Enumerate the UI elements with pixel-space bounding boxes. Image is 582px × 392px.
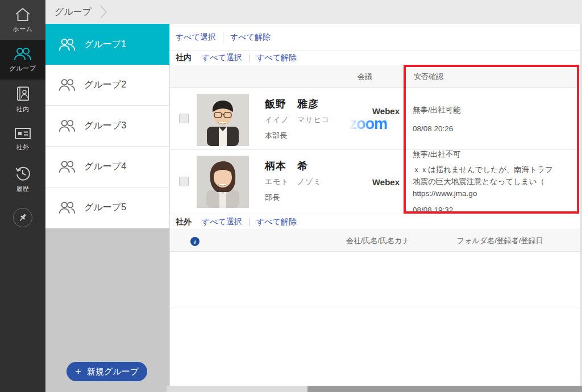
member-identity: 飯野 雅彦 イイノ マサヒコ 本部長 — [265, 97, 330, 141]
webex-logo[interactable]: Webex — [372, 106, 400, 116]
internal-deselect-all-link[interactable]: すべて解除 — [256, 53, 297, 63]
group-item-label: グループ2 — [84, 79, 126, 91]
group-item-2[interactable]: グループ2 — [45, 65, 169, 106]
member-checkbox[interactable] — [179, 114, 189, 123]
group-item-label: グループ3 — [84, 120, 126, 132]
member-row-emoto: 柄本 希 エモト ノゾミ 部長 Webex 無事/出社不可 ｘｘは揺れませんでし… — [170, 150, 582, 214]
safety-status-cell: 無事/出社可能 08/08 20:26 — [413, 88, 577, 149]
group-panel-footer: + 新規グループ — [45, 228, 169, 392]
column-header-folder: フォルダ名/登録者/登録日 — [457, 230, 543, 251]
chevron-right-icon — [99, 5, 107, 19]
group-item-3[interactable]: グループ3 — [45, 106, 169, 147]
webex-logo[interactable]: Webex — [372, 177, 400, 187]
group-item-5[interactable]: グループ5 — [45, 187, 169, 228]
member-identity: 柄本 希 エモト ノゾミ 部長 — [265, 159, 322, 203]
sidebar-item-label: 社内 — [16, 105, 30, 114]
sidebar-item-label: グループ — [10, 64, 36, 73]
new-group-button[interactable]: + 新規グループ — [66, 362, 147, 381]
history-clock-icon — [15, 165, 31, 181]
sidebar-item-history[interactable]: 履歴 — [0, 159, 45, 199]
member-checkbox[interactable] — [179, 177, 189, 186]
group-icon — [58, 78, 76, 91]
member-title: 本部長 — [265, 131, 330, 141]
sidebar-item-label: 社外 — [16, 143, 30, 152]
business-card-icon — [14, 127, 31, 140]
group-icon — [58, 201, 76, 214]
column-header-company: 会社/氏名/氏名カナ — [346, 230, 410, 251]
group-icon — [13, 47, 32, 61]
external-deselect-all-link[interactable]: すべて解除 — [256, 217, 297, 227]
new-group-label: 新規グループ — [87, 366, 139, 377]
member-name: 柄本 希 — [265, 159, 322, 173]
address-book-icon — [15, 86, 31, 102]
group-item-label: グループ1 — [84, 39, 126, 51]
group-icon — [58, 38, 76, 51]
external-empty-row — [170, 252, 582, 307]
plus-icon: + — [75, 366, 81, 377]
horizontal-scrollbar[interactable] — [167, 386, 582, 392]
safety-status: 無事/出社不可 — [413, 149, 577, 160]
member-kana: エモト ノゾミ — [265, 177, 322, 187]
select-all-link[interactable]: すべて選択 — [176, 32, 216, 43]
external-select-all-link[interactable]: すべて選択 — [202, 217, 242, 227]
breadcrumb-group-label[interactable]: グループ — [55, 6, 92, 18]
sidebar: ホーム グループ 社内 — [0, 0, 45, 392]
column-header-meeting: 会議 — [357, 65, 372, 87]
safety-timestamp: 08/08 20:26 — [413, 124, 577, 133]
internal-table-header: 会議 安否確認 — [170, 65, 582, 88]
group-item-label: グループ4 — [84, 161, 126, 173]
external-section-header: 社外 すべて選択 すべて解除 — [170, 214, 582, 230]
group-icon — [58, 119, 76, 132]
global-select-toolbar: すべて選択 すべて解除 — [170, 24, 582, 51]
sidebar-item-label: 履歴 — [16, 185, 30, 193]
sidebar-item-label: ホーム — [13, 25, 32, 34]
sidebar-item-group[interactable]: グループ — [0, 40, 45, 80]
group-item-4[interactable]: グループ4 — [45, 147, 169, 187]
internal-section-title: 社内 — [176, 53, 192, 63]
home-icon — [14, 7, 31, 22]
member-kana: イイノ マサヒコ — [265, 115, 330, 125]
info-icon[interactable]: i — [190, 237, 199, 246]
external-section-title: 社外 — [176, 217, 192, 227]
member-row-iino: 飯野 雅彦 イイノ マサヒコ 本部長 Webex zoom 無事/出社可能 08… — [170, 88, 582, 150]
safety-status: 無事/出社可能 — [413, 105, 577, 115]
group-list: グループ1 グループ2 グループ3 — [45, 24, 169, 228]
divider — [249, 54, 250, 62]
column-header-safety: 安否確認 — [414, 65, 443, 87]
internal-section-header: 社内 すべて選択 すべて解除 — [170, 51, 582, 65]
divider — [249, 218, 250, 226]
breadcrumb: グループ — [45, 0, 582, 24]
external-table-header: i 会社/氏名/氏名カナ フォルダ名/登録者/登録日 — [170, 230, 582, 252]
deselect-all-link[interactable]: すべて解除 — [230, 32, 271, 43]
group-item-label: グループ5 — [84, 202, 126, 214]
internal-select-all-link[interactable]: すべて選択 — [202, 53, 242, 63]
sidebar-item-external[interactable]: 社外 — [0, 119, 45, 159]
horizontal-scrollbar-thumb[interactable] — [307, 386, 582, 392]
group-item-1[interactable]: グループ1 — [45, 24, 169, 65]
avatar-photo — [197, 156, 249, 208]
pin-button[interactable] — [13, 208, 32, 227]
member-name: 飯野 雅彦 — [265, 97, 330, 111]
member-title: 部長 — [265, 193, 322, 203]
app-window: グループ ホーム グループ — [0, 0, 582, 392]
fade-overlay — [336, 93, 372, 145]
safety-message: ｘｘは揺れませんでしたが、南海トラフ 地震の巨大地震注意となってしまい（ htt… — [413, 164, 577, 200]
main-content: すべて選択 すべて解除 社内 すべて選択 すべて解除 会議 安否確認 — [169, 24, 582, 392]
avatar-photo — [197, 94, 249, 146]
pushpin-icon — [18, 213, 27, 222]
sidebar-item-home[interactable]: ホーム — [0, 0, 45, 40]
fade-overlay — [336, 155, 372, 207]
safety-status-cell: 無事/出社不可 ｘｘは揺れませんでしたが、南海トラフ 地震の巨大地震注意となって… — [413, 150, 577, 214]
safety-timestamp: 08/08 19:32 — [413, 206, 577, 214]
group-icon — [58, 160, 76, 173]
divider — [223, 32, 223, 43]
sidebar-item-internal[interactable]: 社内 — [0, 80, 45, 119]
